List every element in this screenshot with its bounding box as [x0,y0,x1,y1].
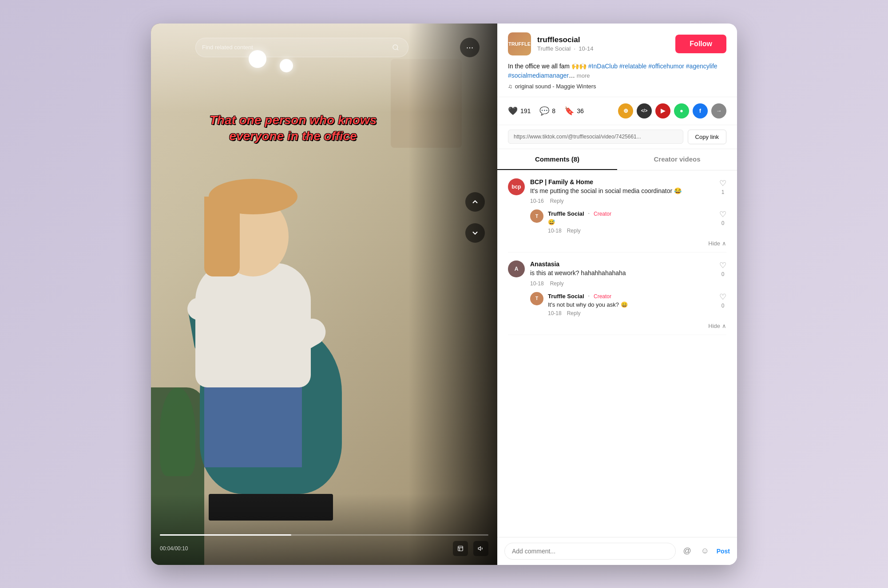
more-options-button[interactable]: ··· [460,38,480,57]
stats-row: 🖤 191 💬 8 🔖 36 ⊕ </> ▶ ● f → [497,97,737,125]
like-count-1: 1 [722,189,725,195]
dark-overlay-right [408,24,497,565]
volume-icon[interactable] [473,541,488,556]
creator-badge-1: Creator [594,211,611,217]
share-icon-1[interactable]: ⊕ [618,103,633,118]
reply-link-1[interactable]: Reply [550,198,564,204]
share-icon-facebook[interactable]: f [693,103,708,118]
nav-up-button[interactable] [465,192,485,212]
nav-down-button[interactable] [465,223,485,243]
comments-section: bcp BCP | Family & Home It's me putting … [497,170,737,537]
bookmark-icon: 🔖 [564,106,574,116]
bookmarks-stat: 🔖 36 [564,106,584,116]
comments-stat: 💬 8 [539,106,555,116]
comment-input-area: @ ☺ Post [497,537,737,565]
reply-link-2[interactable]: Reply [550,280,564,287]
user-details: trufflesocial Truffle Social · 10-14 [537,36,593,52]
reply-link-reply-1[interactable]: Reply [567,228,581,234]
app-window: That one person who knows everyone in th… [151,24,737,565]
tabs-row: Comments (8) Creator videos [497,149,737,170]
likes-stat: 🖤 191 [508,106,531,116]
comment-body-2: Anastasia is this at wework? hahahhahaha… [530,260,714,287]
tab-comments[interactable]: Comments (8) [497,149,617,170]
search-bar[interactable]: Find related content [195,38,408,57]
reply-heart-icon-2: ♡ [719,292,726,302]
comment-body-1: BCP | Family & Home It's me putting the … [530,178,714,205]
ceiling-light-2 [280,59,293,72]
reply-like-2[interactable]: ♡ 0 [719,292,726,309]
search-bar-placeholder: Find related content [202,44,386,51]
link-display: https://www.tiktok.com/@trufflesocial/vi… [508,130,683,144]
follow-button[interactable]: Follow [675,35,726,53]
person [195,245,311,467]
share-icon-code[interactable]: </> [637,103,652,118]
tab-creator-videos[interactable]: Creator videos [617,149,737,170]
svg-line-1 [397,49,398,50]
sound-row: ♫ original sound - Maggie Winters [508,83,726,90]
share-icon-more[interactable]: → [711,103,726,118]
reply-like-count-1: 0 [722,220,725,226]
reply-heart-icon-1: ♡ [719,209,726,219]
reply-like-count-2: 0 [722,303,725,309]
comment-main-2: A Anastasia is this at wework? hahahhaha… [508,260,726,287]
reply-like-1[interactable]: ♡ 0 [719,209,726,226]
office-scene [151,24,497,565]
reply-username-row-2: Truffle Social · Creator [548,292,715,300]
comment-input[interactable] [504,543,676,560]
share-icon-whatsapp[interactable]: ● [674,103,689,118]
share-icon-pinterest[interactable]: ▶ [655,103,670,118]
avatar: TRUFFLE [508,32,531,55]
comments-count: 8 [552,107,555,114]
svg-point-0 [393,45,398,50]
video-controls: 00:04/00:10 [151,534,497,556]
creator-badge-2: Creator [594,293,611,300]
hide-label-1: Hide [708,240,720,247]
more-link[interactable]: more [577,72,590,79]
svg-rect-2 [458,546,463,551]
hide-row-1[interactable]: Hide ∧ [508,240,726,247]
reply-username-2: Truffle Social [548,293,584,300]
reply-meta-2: 10-18 Reply [548,310,715,316]
comment-thread-2: A Anastasia is this at wework? hahahhaha… [508,253,726,335]
comment-like-2[interactable]: ♡ 0 [719,260,726,277]
user-subtext: Truffle Social · 10-14 [537,45,593,52]
likes-count: 191 [520,107,531,114]
link-row: https://www.tiktok.com/@trufflesocial/vi… [497,125,737,149]
time-display: 00:04/00:10 [160,545,188,552]
reply-text-1: 😅 [548,219,715,225]
comment-username-2: Anastasia [530,260,714,268]
reply-username-1: Truffle Social [548,210,584,217]
comment-replies-1: T Truffle Social · Creator 😅 10-18 Reply [530,209,726,234]
reply-meta-1: 10-18 Reply [548,228,715,234]
reply-body-1: Truffle Social · Creator 😅 10-18 Reply [548,209,715,234]
reply-date-1: 10-18 [548,228,562,234]
progress-fill [160,534,291,536]
search-icon[interactable] [389,41,402,54]
comment-like-1[interactable]: ♡ 1 [719,178,726,195]
hide-row-2[interactable]: Hide ∧ [508,323,726,329]
reply-avatar-1: T [530,209,543,223]
comment-meta-2: 10-18 Reply [530,280,714,287]
username: trufflesocial [537,36,593,44]
heart-icon: 🖤 [508,106,518,116]
reply-link-reply-2[interactable]: Reply [567,310,581,316]
comment-meta-1: 10-16 Reply [530,198,714,204]
caption: In the office we all fam 🙌🙌 #InDaClub #r… [508,62,726,80]
comment-date-1: 10-16 [530,198,544,204]
mention-icon[interactable]: @ [680,544,694,558]
reply-item-2: T Truffle Social · Creator It's not but … [530,292,726,316]
emoji-icon[interactable]: ☺ [698,544,712,558]
user-info: TRUFFLE trufflesocial Truffle Social · 1… [508,32,593,55]
copy-link-button[interactable]: Copy link [688,130,726,144]
right-panel: TRUFFLE trufflesocial Truffle Social · 1… [497,24,737,565]
hide-chevron-2: ∧ [722,323,726,329]
comment-avatar-2: A [508,260,525,277]
like-heart-icon-1: ♡ [719,178,726,188]
post-button[interactable]: Post [717,548,730,555]
display-name: Truffle Social [537,45,571,52]
progress-bar[interactable] [160,534,488,536]
like-heart-icon-2: ♡ [719,260,726,270]
comment-avatar-1: bcp [508,178,525,195]
reply-body-2: Truffle Social · Creator It's not but wh… [548,292,715,316]
layout-icon[interactable] [453,541,468,556]
